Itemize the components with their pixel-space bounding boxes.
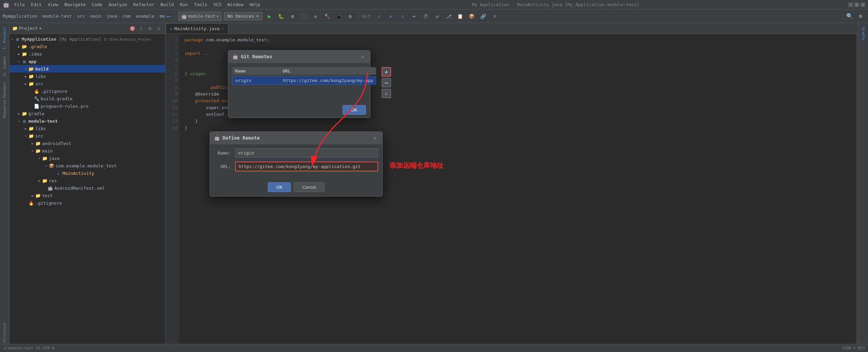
tree-item-myapplication[interactable]: ▾ ▤ MyApplication [My Application] D:\En…: [9, 35, 165, 43]
menu-edit[interactable]: Edit: [28, 1, 44, 8]
tree-item-androidmanifest[interactable]: ▶ 🤖 AndroidManifest.xml: [9, 184, 165, 192]
git-revert-icon[interactable]: ↩: [409, 12, 419, 21]
maximize-button[interactable]: □: [854, 2, 859, 7]
menu-view[interactable]: View: [45, 1, 61, 8]
search-everywhere-icon[interactable]: 🔍: [845, 12, 854, 21]
panel-collapse-icon[interactable]: ⬆: [137, 25, 145, 32]
tree-item-module-test[interactable]: ▾ ▤ module-test: [9, 117, 165, 125]
git-branch-icon[interactable]: ⎇: [444, 12, 454, 21]
menu-navigate[interactable]: Navigate: [62, 1, 89, 8]
git-update-icon[interactable]: ⬇: [490, 12, 500, 21]
menu-refactor[interactable]: Refactor: [131, 1, 157, 8]
navigate-icon[interactable]: ⟵: [167, 13, 171, 20]
git-remotes-ok-button[interactable]: OK: [343, 105, 366, 115]
git-reset-icon[interactable]: ↺: [432, 12, 442, 21]
git-push-icon[interactable]: ↑: [398, 12, 407, 21]
tree-item-java[interactable]: ▾ 📁 java: [9, 154, 165, 162]
tree-item-idea[interactable]: ▶ 📁 .idea: [9, 50, 165, 58]
sidebar-item-project[interactable]: 1: Project: [1, 24, 8, 52]
define-remote-close-button[interactable]: ✕: [371, 134, 378, 141]
breadcrumb-java[interactable]: java: [107, 14, 117, 19]
breadcrumb-moduletest[interactable]: module-test: [43, 14, 72, 19]
menu-vcs[interactable]: VCS: [211, 1, 224, 8]
tree-item-mainactivity[interactable]: ▶ ☕ MainActivity: [9, 169, 165, 177]
menu-file[interactable]: File: [12, 1, 27, 8]
tree-item-main[interactable]: ▾ 📁 main: [9, 147, 165, 154]
tree-item-build[interactable]: ▾ 📂 build: [9, 65, 165, 73]
tree-item-test[interactable]: ▶ 📁 test: [9, 192, 165, 199]
breadcrumb-myapplication[interactable]: MyApplication: [3, 14, 37, 19]
build-button[interactable]: 🔨: [322, 12, 332, 21]
git-annotate-icon[interactable]: 📋: [456, 12, 465, 21]
tree-item-gitignore-app[interactable]: ▶ 🔥 .gitignore: [9, 87, 165, 95]
avd-button[interactable]: 📱: [334, 12, 343, 21]
tree-item-src[interactable]: ▶ 📁 src: [9, 80, 165, 87]
git-check-icon[interactable]: ✔: [386, 12, 396, 21]
tree-item-package[interactable]: ▾ 📦 com.example.module_test: [9, 162, 165, 169]
breadcrumb-mo[interactable]: mo: [160, 14, 165, 19]
breadcrumb-main[interactable]: main: [91, 14, 101, 19]
minimize-button[interactable]: —: [848, 2, 853, 7]
remotes-table-row-origin[interactable]: origin https://gitee.com/kong2yang/my-ap…: [232, 76, 376, 85]
tab-mainactivity[interactable]: ☕ MainActivity.java ✕: [166, 23, 228, 34]
sidebar-item-resource-manager[interactable]: Resource Manager: [1, 79, 8, 121]
breadcrumb-example[interactable]: example: [136, 14, 154, 19]
tree-item-mt-libs[interactable]: ▶ 📁 libs: [9, 125, 165, 132]
remotes-edit-button[interactable]: ✏: [382, 89, 391, 98]
module-selector[interactable]: 🤖 module-test ▾: [178, 12, 222, 21]
breadcrumb: MyApplication › module-test › src › main…: [3, 14, 165, 19]
git-remotes-dialog[interactable]: 🤖 Git Remotes ✕ Name URL origin https://…: [228, 50, 370, 118]
run-button[interactable]: ▶: [265, 12, 274, 21]
breadcrumb-src[interactable]: src: [77, 14, 85, 19]
define-remote-ok-button[interactable]: OK: [268, 182, 291, 192]
tree-item-gradle-dir[interactable]: ▶ 📁 gradle: [9, 110, 165, 117]
git-history-icon[interactable]: ⏱: [421, 12, 430, 21]
tree-item-gitignore-mt[interactable]: ▶ 🔥 .gitignore: [9, 199, 165, 207]
panel-locate-icon[interactable]: 🎯: [129, 25, 136, 32]
menu-build[interactable]: Build: [158, 1, 176, 8]
panel-close-icon[interactable]: ✕: [155, 25, 162, 32]
remotes-add-button[interactable]: +: [382, 67, 391, 77]
menu-analyze[interactable]: Analyze: [106, 1, 130, 8]
sidebar-item-commit[interactable]: 0: Commit: [1, 53, 8, 79]
git-stash-icon[interactable]: 📦: [467, 12, 477, 21]
tree-item-gradle[interactable]: ▶ 📂 .gradle: [9, 43, 165, 50]
tree-item-build-gradle[interactable]: ▶ 🔧 build.gradle: [9, 95, 165, 102]
breadcrumb-com[interactable]: com: [122, 14, 130, 19]
menu-code[interactable]: Code: [89, 1, 105, 8]
define-url-input[interactable]: [235, 162, 378, 171]
androidtest-icon: 📁: [35, 141, 41, 146]
sidebar-item-gradle[interactable]: Gradle: [860, 24, 867, 43]
define-remote-dialog[interactable]: 🤖 Define Remote ✕ Name: URL: OK Cancel: [210, 131, 383, 196]
define-remote-cancel-button[interactable]: Cancel: [294, 182, 324, 192]
attach-button[interactable]: ⚙: [288, 12, 297, 21]
close-button[interactable]: ✕: [861, 2, 865, 7]
git-remote-icon[interactable]: 🔗: [479, 12, 488, 21]
tree-item-libs[interactable]: ▶ 📁 libs: [9, 73, 165, 80]
git-commit-icon[interactable]: ✓: [375, 12, 384, 21]
tree-item-app[interactable]: ▾ ▤ app: [9, 58, 165, 65]
git-remotes-close-button[interactable]: ✕: [359, 53, 366, 60]
menu-window[interactable]: Window: [225, 1, 246, 8]
sdk-button[interactable]: ⚙: [345, 12, 355, 21]
define-name-input[interactable]: [235, 148, 378, 158]
tree-item-proguard[interactable]: ▶ 📄 proguard-rules.pro: [9, 102, 165, 110]
tree-item-res[interactable]: ▶ 📁 res: [9, 177, 165, 184]
debug-button[interactable]: 🐛: [276, 12, 286, 21]
stop-button[interactable]: ⬛: [299, 12, 309, 21]
module-dropdown-icon: ▾: [216, 14, 219, 19]
editor-scrollbar[interactable]: [856, 34, 859, 352]
no-devices-selector[interactable]: No Devices ▾: [224, 12, 263, 20]
menu-run[interactable]: Run: [177, 1, 190, 8]
settings-icon[interactable]: ⚙: [856, 12, 865, 21]
sync-button[interactable]: ↻: [311, 12, 320, 21]
remotes-remove-button[interactable]: −: [382, 78, 391, 87]
tree-item-mt-src[interactable]: ▾ 📁 src: [9, 132, 165, 140]
panel-settings-icon[interactable]: ⚙: [146, 25, 154, 32]
tab-close-button[interactable]: ✕: [221, 26, 224, 31]
menu-help[interactable]: Help: [247, 1, 263, 8]
panel-title-dropdown[interactable]: ▾: [39, 26, 42, 31]
tree-item-androidtest[interactable]: ▶ 📁 androidTest: [9, 140, 165, 147]
right-sidebar: Gradle ✓: [859, 23, 868, 352]
menu-tools[interactable]: Tools: [191, 1, 210, 8]
